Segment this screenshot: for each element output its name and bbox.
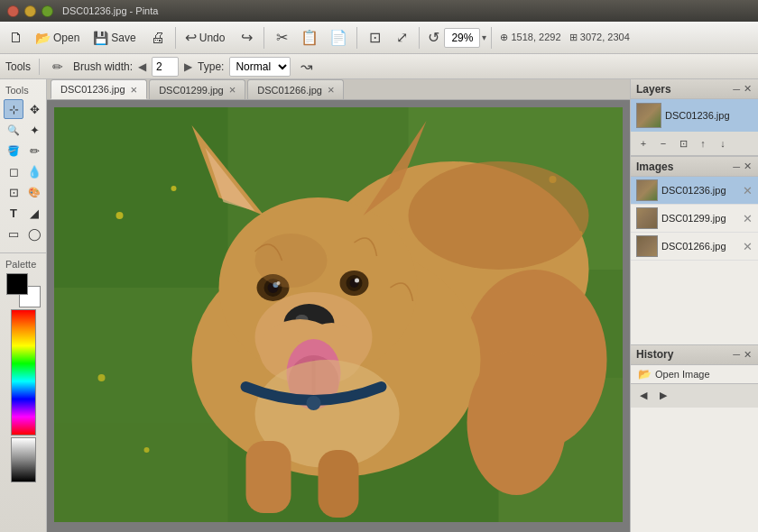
image-item-2[interactable]: DSC01299.jpg ✕ (631, 205, 758, 233)
layers-header-icons: ─ ✕ (732, 83, 753, 95)
history-forward-btn[interactable]: ▶ (654, 387, 672, 405)
images-section: Images ─ ✕ DSC01236.jpg ✕ DSC01299.jpg ✕… (631, 157, 758, 345)
tab-close-1[interactable]: × (131, 83, 138, 96)
tool-grid: ⊹ ✥ 🔍 ✦ 🪣 ✏ ◻ 💧 ⊡ 🎨 T ◢ ▭ ◯ (2, 97, 44, 245)
history-header-icons: ─ ✕ (732, 349, 753, 361)
svg-rect-1 (54, 107, 228, 288)
magic-wand-tool[interactable]: ✦ (24, 120, 44, 140)
tab-close-2[interactable]: × (229, 83, 236, 96)
cut-button[interactable]: ✂ (269, 25, 294, 50)
foreground-color[interactable] (6, 273, 28, 295)
svg-point-31 (355, 279, 359, 283)
svg-point-11 (144, 447, 150, 453)
images-header: Images ─ ✕ (631, 157, 758, 177)
zoom-control: ↺ 29% ▾ (424, 25, 486, 50)
layers-minimize-btn[interactable]: ─ (732, 83, 741, 95)
resize-button[interactable]: ⤢ (389, 25, 414, 50)
canvas-background (47, 100, 630, 532)
image-close-1[interactable]: ✕ (743, 184, 753, 197)
layer-thumb-inner (637, 104, 661, 127)
minimize-button[interactable] (24, 5, 36, 17)
zoom-out-button[interactable]: ↺ (424, 25, 442, 50)
window-title: DSC01236.jpg - Pinta (62, 5, 158, 16)
layer-duplicate-btn[interactable]: ⊡ (674, 134, 692, 152)
svg-point-41 (307, 396, 321, 410)
image-name-3: DSC01266.jpg (661, 241, 739, 252)
brush-width-arrow-right[interactable]: ▶ (184, 60, 192, 73)
undo-button[interactable]: ↩ Undo (180, 25, 233, 50)
svg-rect-4 (54, 423, 228, 522)
image-close-2[interactable]: ✕ (743, 212, 753, 225)
images-settings-btn[interactable]: ✕ (743, 161, 753, 172)
copy-button[interactable]: 📋 (296, 25, 323, 50)
layer-delete-btn[interactable]: − (654, 134, 672, 152)
paste-button[interactable]: 📄 (325, 25, 352, 50)
svg-point-42 (467, 351, 567, 495)
tab-close-3[interactable]: × (328, 83, 335, 96)
recolor-tool[interactable]: 🎨 (24, 182, 44, 202)
tab-label-1: DSC01236.jpg (60, 84, 125, 95)
history-item-1[interactable]: 📂 Open Image (631, 365, 758, 383)
color-strip[interactable] (11, 309, 36, 436)
type-select[interactable]: Normal Multiply Screen Overlay (229, 57, 291, 77)
history-settings-btn[interactable]: ✕ (743, 349, 753, 361)
redo-button[interactable]: ↪ (234, 25, 259, 50)
toolbar-separator-4 (419, 27, 420, 49)
history-back-btn[interactable]: ◀ (634, 387, 652, 405)
layer-name: DSC01236.jpg (665, 110, 730, 121)
ellipse-tool[interactable]: ◯ (24, 224, 44, 243)
tab-dsc01236[interactable]: DSC01236.jpg × (51, 79, 147, 99)
grey-strip[interactable] (11, 437, 36, 482)
close-button[interactable] (7, 5, 19, 17)
canvas-area: DSC01236.jpg × DSC01299.jpg × DSC01266.j… (47, 79, 630, 532)
zoom-input[interactable]: 29% (444, 28, 480, 48)
layer-item[interactable]: DSC01236.jpg (631, 99, 758, 132)
layer-down-btn[interactable]: ↓ (714, 134, 732, 152)
tab-label-2: DSC01299.jpg (159, 85, 224, 96)
pencil-tool[interactable]: ✏ (24, 141, 44, 161)
tab-dsc01299[interactable]: DSC01299.jpg × (149, 79, 245, 99)
new-button[interactable]: 🗋 (4, 25, 29, 50)
text-tool[interactable]: T (4, 203, 23, 223)
images-minimize-btn[interactable]: ─ (732, 161, 741, 172)
layer-add-btn[interactable]: + (634, 134, 652, 152)
layer-up-btn[interactable]: ↑ (694, 134, 712, 152)
blend-icon-btn[interactable]: ↝ (296, 57, 316, 77)
image-item-3[interactable]: DSC01266.jpg ✕ (631, 233, 758, 261)
save-button[interactable]: 💾 Save (88, 25, 143, 50)
brush-width-arrow-left[interactable]: ◀ (138, 60, 146, 73)
history-minimize-btn[interactable]: ─ (732, 349, 741, 361)
tools-label: Tools (5, 60, 31, 73)
print-button[interactable]: 🖨 (145, 25, 171, 50)
eyedropper-tool[interactable]: 💧 (24, 161, 44, 181)
image-close-3[interactable]: ✕ (743, 240, 753, 253)
tab-label-3: DSC01266.jpg (257, 85, 322, 96)
history-header: History ─ ✕ (631, 345, 758, 365)
fg-bg-colors[interactable] (6, 273, 41, 307)
zoom-dropdown-arrow[interactable]: ▾ (482, 32, 486, 42)
maximize-button[interactable] (42, 5, 53, 17)
image-canvas (54, 107, 623, 522)
toolbar-separator-3 (356, 27, 357, 49)
eraser-tool[interactable]: ◻ (4, 161, 23, 181)
titlebar: DSC01236.jpg - Pinta (0, 0, 758, 22)
layers-settings-btn[interactable]: ✕ (743, 83, 753, 95)
clone-tool[interactable]: ⊡ (4, 182, 23, 202)
rectangle-select-tool[interactable]: ⊹ (4, 99, 23, 119)
image-thumb-3 (636, 235, 658, 257)
crop-button[interactable]: ⊡ (362, 25, 387, 50)
zoom-tool[interactable]: 🔍 (4, 120, 23, 140)
open-button[interactable]: 📂 Open (31, 25, 87, 50)
layers-header: Layers ─ ✕ (631, 79, 758, 99)
tab-dsc01266[interactable]: DSC01266.jpg × (247, 79, 344, 99)
tools-section: Tools ⊹ ✥ 🔍 ✦ 🪣 ✏ ◻ 💧 ⊡ 🎨 T ◢ ▭ ◯ (0, 79, 46, 249)
image-item-1[interactable]: DSC01236.jpg ✕ (631, 177, 758, 205)
history-section: History ─ ✕ 📂 Open Image ◀ ▶ (631, 345, 758, 533)
brush-width-input[interactable] (152, 57, 179, 77)
paintbucket-tool[interactable]: 🪣 (4, 141, 23, 161)
pencil-tool-btn[interactable]: ✏ (48, 57, 68, 77)
move-tool[interactable]: ✥ (24, 99, 44, 119)
svg-point-7 (171, 186, 177, 191)
rectangle-tool[interactable]: ▭ (4, 224, 23, 243)
shapes-tool[interactable]: ◢ (24, 203, 44, 223)
